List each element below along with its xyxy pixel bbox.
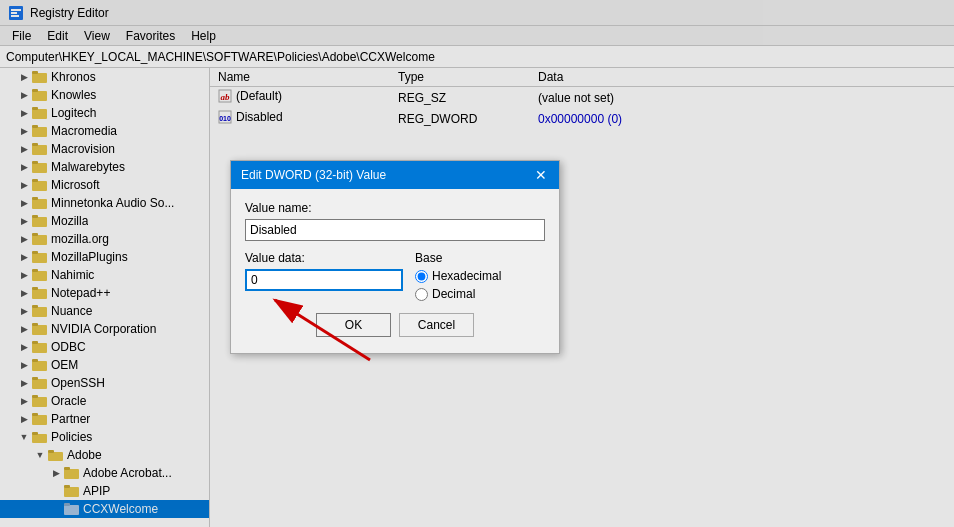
radio-hexadecimal[interactable]: Hexadecimal xyxy=(415,269,545,283)
base-label: Base xyxy=(415,251,545,265)
radio-dec-input[interactable] xyxy=(415,288,428,301)
radio-hex-label: Hexadecimal xyxy=(432,269,501,283)
value-data-label: Value data: xyxy=(245,251,403,265)
dialog-body: Value name: Value data: Base Hexadecimal xyxy=(231,189,559,353)
radio-dec-label: Decimal xyxy=(432,287,475,301)
radio-decimal[interactable]: Decimal xyxy=(415,287,545,301)
value-name-label: Value name: xyxy=(245,201,545,215)
dialog-row: Value data: Base Hexadecimal xyxy=(245,251,545,301)
ok-button[interactable]: OK xyxy=(316,313,391,337)
radio-hex-input[interactable] xyxy=(415,270,428,283)
value-name-input[interactable] xyxy=(245,219,545,241)
dialog-overlay: Edit DWORD (32-bit) Value ✕ Value name: … xyxy=(0,0,954,527)
base-section: Base Hexadecimal Decimal xyxy=(415,251,545,301)
dialog-close-button[interactable]: ✕ xyxy=(533,167,549,183)
dialog-buttons: OK Cancel xyxy=(245,313,545,341)
value-input-wrap xyxy=(245,269,403,291)
value-data-input[interactable] xyxy=(245,269,403,291)
cancel-button[interactable]: Cancel xyxy=(399,313,474,337)
radio-group: Hexadecimal Decimal xyxy=(415,269,545,301)
dialog-titlebar: Edit DWORD (32-bit) Value ✕ xyxy=(231,161,559,189)
value-data-section: Value data: xyxy=(245,251,403,291)
dialog-title: Edit DWORD (32-bit) Value xyxy=(241,168,386,182)
edit-dword-dialog: Edit DWORD (32-bit) Value ✕ Value name: … xyxy=(230,160,560,354)
